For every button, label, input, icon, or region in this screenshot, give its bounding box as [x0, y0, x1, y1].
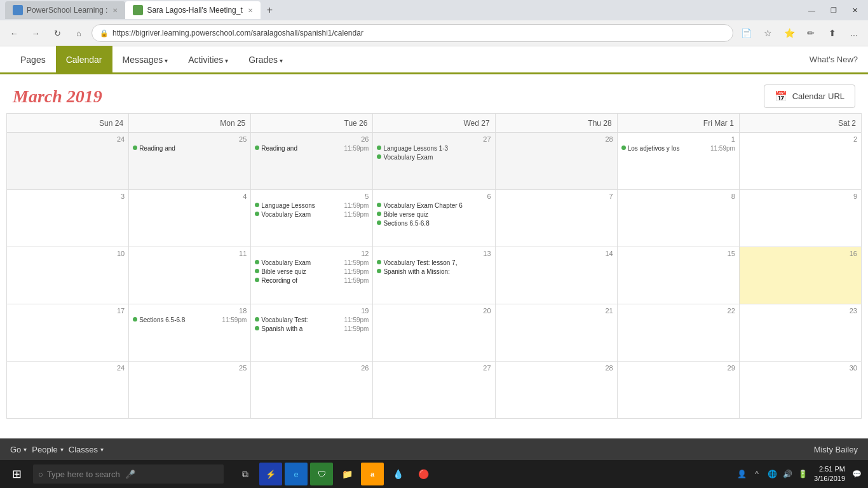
app-folder[interactable]: 📁 [336, 463, 358, 485]
calendar-event[interactable]: Reading and11:59pm [255, 144, 369, 152]
calendar-url-button[interactable]: 📅 Calendar URL [764, 85, 855, 108]
calendar-day-2-3[interactable]: 13Vocabulary Test: lesson 7,Spanish with… [373, 247, 495, 304]
app-edge[interactable]: e [285, 463, 308, 485]
calendar-day-0-4[interactable]: 28 [495, 133, 617, 190]
app-lightning[interactable]: ⚡ [259, 463, 282, 485]
calendar-event[interactable]: Los adjetivos y los11:59pm [621, 144, 735, 152]
calendar-day-3-6[interactable]: 23 [739, 304, 861, 362]
calendar-event[interactable]: Vocabulary Test: lesson 7, [377, 259, 491, 267]
calendar-day-0-2[interactable]: 26Reading and11:59pm [251, 133, 373, 190]
calendar-event[interactable]: Bible verse quiz [377, 210, 491, 219]
calendar-day-2-2[interactable]: 12Vocabulary Exam11:59pmBible verse quiz… [251, 247, 373, 304]
calendar-event[interactable]: Vocabulary Exam11:59pm [255, 210, 369, 219]
calendar-day-3-2[interactable]: 19Vocabulary Test:11:59pmSpanish with a1… [251, 304, 373, 362]
calendar-event[interactable]: Recording of11:59pm [255, 276, 369, 285]
close-button[interactable]: ✕ [847, 5, 863, 16]
calendar-day-4-2[interactable]: 26 [251, 362, 373, 419]
collections-button[interactable]: ⭐ [780, 24, 798, 42]
calendar-day-0-0[interactable]: 24 [7, 133, 129, 190]
minimize-button[interactable]: — [803, 5, 820, 16]
calendar-event[interactable]: Language Lessons11:59pm [255, 201, 369, 210]
whats-new[interactable]: What's New? [810, 55, 858, 64]
calendar-event[interactable]: Sections 6.5-6.811:59pm [133, 316, 247, 324]
calendar-day-0-3[interactable]: 27Language Lessons 1-3Vocabulary Exam [373, 133, 495, 190]
calendar-event[interactable]: Vocabulary Test:11:59pm [255, 316, 369, 324]
calendar-day-1-3[interactable]: 6Vocabulary Exam Chapter 6Bible verse qu… [373, 190, 495, 247]
tab-1-close[interactable]: ✕ [112, 7, 118, 14]
share-button[interactable]: ⬆ [824, 24, 841, 42]
tab-1[interactable]: PowerSchool Learning : ✕ [5, 1, 125, 19]
calendar-day-3-3[interactable]: 20 [373, 304, 495, 362]
calendar-day-3-4[interactable]: 21 [495, 304, 617, 362]
back-button[interactable]: ← [5, 24, 23, 42]
nav-activities[interactable]: Activities [178, 46, 238, 74]
calendar-day-1-6[interactable]: 9 [739, 190, 861, 247]
pen-button[interactable]: ✏ [802, 24, 820, 42]
calendar-day-1-4[interactable]: 7 [495, 190, 617, 247]
calendar-day-2-4[interactable]: 14 [495, 247, 617, 304]
calendar-day-4-6[interactable]: 30 [739, 362, 861, 419]
calendar-event[interactable]: Vocabulary Exam [377, 153, 491, 161]
calendar-day-2-1[interactable]: 11 [129, 247, 251, 304]
nav-pages[interactable]: Pages [10, 46, 56, 74]
calendar-event[interactable]: Bible verse quiz11:59pm [255, 268, 369, 276]
url-bar[interactable]: 🔒 https://bigriver.learning.powerschool.… [92, 24, 733, 42]
more-button[interactable]: ... [845, 24, 863, 42]
reader-view-button[interactable]: 📄 [737, 24, 755, 42]
calendar-day-2-6[interactable]: 16 [739, 247, 861, 304]
classes-nav[interactable]: Classes ▾ [69, 445, 104, 454]
app-chrome[interactable]: 🔴 [412, 463, 435, 485]
calendar-day-0-5[interactable]: 1Los adjetivos y los11:59pm [617, 133, 739, 190]
go-nav[interactable]: Go ▾ [10, 445, 27, 454]
calendar-day-4-0[interactable]: 24 [7, 362, 129, 419]
calendar-event[interactable]: Vocabulary Exam Chapter 6 [377, 201, 491, 210]
calendar-event[interactable]: Language Lessons 1-3 [377, 144, 491, 152]
network-icon[interactable]: 🌐 [766, 468, 778, 480]
refresh-button[interactable]: ↻ [48, 24, 66, 42]
app-security[interactable]: 🛡 [310, 463, 333, 485]
people-nav[interactable]: People ▾ [32, 445, 63, 454]
calendar-day-3-5[interactable]: 22 [617, 304, 739, 362]
nav-grades[interactable]: Grades [238, 46, 293, 74]
home-button[interactable]: ⌂ [70, 24, 88, 42]
calendar-day-4-5[interactable]: 29 [617, 362, 739, 419]
new-tab-button[interactable]: + [263, 4, 276, 16]
calendar-event[interactable]: Reading and [133, 144, 247, 152]
day-number: 6 [377, 193, 491, 200]
calendar-event[interactable]: Vocabulary Exam11:59pm [255, 259, 369, 267]
calendar-day-1-5[interactable]: 8 [617, 190, 739, 247]
forward-button[interactable]: → [27, 24, 44, 42]
tab-2[interactable]: Sara Lagos-Hall's Meeting_t ✕ [125, 1, 260, 19]
calendar-day-0-6[interactable]: 2 [739, 133, 861, 190]
calendar-day-1-1[interactable]: 4 [129, 190, 251, 247]
calendar-day-3-1[interactable]: 18Sections 6.5-6.811:59pm [129, 304, 251, 362]
tray-expand[interactable]: ^ [750, 468, 763, 480]
calendar-day-2-5[interactable]: 15 [617, 247, 739, 304]
volume-icon[interactable]: 🔊 [781, 468, 794, 480]
start-button[interactable]: ⊞ [5, 463, 28, 485]
bookmark-button[interactable]: ☆ [759, 24, 776, 42]
calendar-day-4-3[interactable]: 27 [373, 362, 495, 419]
calendar-day-1-0[interactable]: 3 [7, 190, 129, 247]
calendar-day-3-0[interactable]: 17 [7, 304, 129, 362]
tab-2-close[interactable]: ✕ [248, 7, 253, 14]
calendar-day-1-2[interactable]: 5Language Lessons11:59pmVocabulary Exam1… [251, 190, 373, 247]
nav-messages[interactable]: Messages [112, 46, 179, 74]
maximize-button[interactable]: ❐ [825, 5, 842, 16]
calendar-event[interactable]: Spanish with a11:59pm [255, 325, 369, 333]
task-view-button[interactable]: ⧉ [234, 463, 257, 485]
taskbar-search[interactable]: ○ Type here to search 🎤 [33, 464, 224, 484]
calendar-day-2-0[interactable]: 10 [7, 247, 129, 304]
app-amazon[interactable]: a [361, 463, 384, 485]
battery-icon[interactable]: 🔋 [796, 468, 809, 480]
app-dropbox[interactable]: 💧 [386, 463, 409, 485]
notification-icon[interactable]: 💬 [850, 468, 863, 480]
calendar-day-0-1[interactable]: 25Reading and [129, 133, 251, 190]
calendar-event[interactable]: Spanish with a Mission: [377, 268, 491, 276]
clock[interactable]: 2:51 PM 3/16/2019 [814, 464, 845, 484]
nav-calendar[interactable]: Calendar [56, 46, 112, 74]
calendar-event[interactable]: Sections 6.5-6.8 [377, 219, 491, 227]
calendar-day-4-1[interactable]: 25 [129, 362, 251, 419]
calendar-day-4-4[interactable]: 28 [495, 362, 617, 419]
people-tray-icon[interactable]: 👤 [735, 468, 748, 480]
